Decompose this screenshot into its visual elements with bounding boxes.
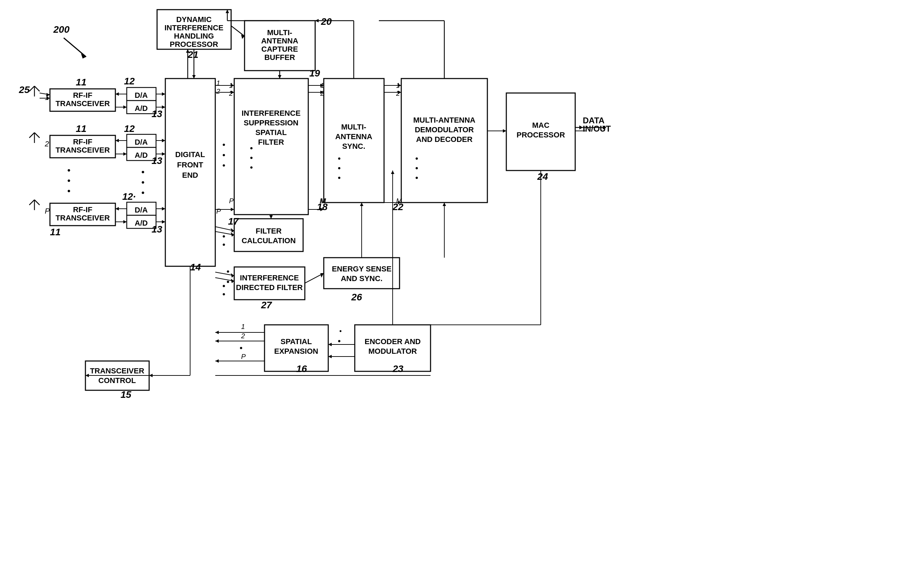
rf-transceiver-2-text-line2: TRANSCEIVER bbox=[56, 146, 110, 154]
se-port-p: P bbox=[241, 353, 246, 360]
energy-sense-sync bbox=[324, 258, 400, 289]
dots-11c: • bbox=[67, 185, 71, 197]
dots-dacc: • bbox=[141, 187, 145, 199]
ref-16: 16 bbox=[296, 363, 307, 374]
dfe-text3: END bbox=[182, 171, 198, 180]
dihp-text3: HANDLING bbox=[174, 32, 214, 40]
mas-text1: MULTI- bbox=[341, 123, 366, 131]
ref-11a: 11 bbox=[76, 77, 87, 87]
ref-26: 26 bbox=[351, 292, 362, 303]
fc-text2: CALCULATION bbox=[241, 236, 295, 245]
ref-23: 23 bbox=[392, 363, 403, 374]
ref-12c: 12· bbox=[122, 191, 136, 202]
issf-dot1: • bbox=[250, 143, 253, 154]
mac-text2: PROCESSOR bbox=[517, 130, 565, 139]
dac-1-text: D/A bbox=[135, 91, 148, 99]
adc-p-text: A/D bbox=[135, 219, 148, 227]
data-inout-label2: IN/OUT bbox=[583, 124, 611, 133]
rf-transceiver-p-text-line1: RF-IF bbox=[73, 205, 92, 214]
se-port-2: 2 bbox=[241, 332, 245, 340]
issf-text3: SPATIAL bbox=[256, 128, 287, 137]
issf-port-p: P bbox=[229, 197, 234, 205]
dac-p-text: D/A bbox=[135, 206, 148, 214]
se-line-dot: • bbox=[239, 343, 243, 354]
rf-transceiver-1-text-line2: TRANSCEIVER bbox=[56, 99, 110, 108]
idf-text2: DIRECTED FILTER bbox=[236, 283, 303, 292]
dots-11: • bbox=[67, 164, 71, 176]
madd-dot3: • bbox=[415, 172, 419, 183]
dac-2-text: D/A bbox=[135, 138, 148, 146]
data-inout-label: DATA bbox=[583, 116, 605, 125]
ref-24: 24 bbox=[537, 171, 548, 182]
madd-text2: DEMODULATOR bbox=[415, 126, 474, 134]
madd-text1: MULTI-ANTENNA bbox=[413, 116, 476, 124]
antenna2-label: 2 bbox=[44, 140, 49, 148]
idf-dot2: • bbox=[226, 276, 230, 287]
macb-text2: ANTENNA bbox=[261, 37, 298, 45]
madd-dot2: • bbox=[415, 163, 419, 174]
dfe-issf-dot2: • bbox=[222, 150, 226, 161]
dfe-issf-dot3: • bbox=[222, 160, 226, 171]
rf-transceiver-1-text-line1: RF-IF bbox=[73, 91, 92, 99]
dots-dacb: • bbox=[141, 177, 145, 188]
rf-transceiver-2-text-line1: RF-IF bbox=[73, 137, 92, 146]
issf-text4: FILTER bbox=[258, 138, 284, 146]
ref-20: 20 bbox=[321, 16, 332, 27]
mas-text2: ANTENNA bbox=[335, 132, 372, 141]
enc-port-dot1: • bbox=[339, 327, 342, 335]
ref-13c: 13 bbox=[152, 224, 163, 234]
ref-11c: 11 bbox=[50, 227, 61, 237]
issf-dot3: • bbox=[250, 162, 253, 173]
ref-19: 19 bbox=[309, 68, 320, 79]
ref-25: 25 bbox=[19, 84, 30, 95]
dfe-out-2: 2 bbox=[216, 87, 220, 95]
issf-text2: SUPPRESSION bbox=[244, 118, 299, 127]
idf-dot1: • bbox=[226, 266, 230, 277]
issf-dot2: • bbox=[250, 153, 253, 163]
antennap-label: P bbox=[45, 207, 50, 215]
ref-15: 15 bbox=[121, 389, 132, 400]
adc-1-text: A/D bbox=[135, 104, 148, 113]
ref-21: 21 bbox=[187, 49, 199, 60]
mas-text3: SYNC. bbox=[342, 142, 365, 150]
ref-11b: 11 bbox=[76, 123, 87, 134]
mac-text1: MAC bbox=[532, 121, 549, 130]
adc-2-text: A/D bbox=[135, 151, 148, 160]
dfe-idf-dot2: • bbox=[222, 289, 226, 300]
ref-14: 14 bbox=[190, 262, 201, 273]
dfe-text2: FRONT bbox=[177, 161, 203, 169]
em-text1: ENCODER AND bbox=[365, 337, 421, 346]
issf bbox=[234, 79, 308, 215]
tc-text2: CONTROL bbox=[98, 376, 136, 385]
dots-11b: • bbox=[67, 175, 71, 186]
dfe-issf-dot1: • bbox=[222, 140, 226, 150]
se-text1: SPATIAL bbox=[281, 337, 312, 346]
dfe-out-p: P bbox=[216, 207, 221, 215]
ref-12b: 12 bbox=[124, 123, 135, 134]
se-text2: EXPANSION bbox=[274, 347, 318, 355]
es-text2: AND SYNC. bbox=[341, 274, 382, 283]
issf-text1: INTERFERENCE bbox=[241, 109, 300, 118]
ref-12a: 12 bbox=[124, 76, 135, 87]
dfe-fc-dot2: • bbox=[222, 239, 226, 250]
mas-dot3: • bbox=[338, 172, 341, 183]
idf-text1: INTERFERENCE bbox=[240, 273, 299, 282]
ref-17: 17 bbox=[228, 216, 239, 227]
dots-dac: • bbox=[141, 166, 145, 178]
mas-dot1: • bbox=[338, 153, 341, 164]
issf-mas-port-m: M bbox=[320, 197, 326, 205]
es-text1: ENERGY SENSE bbox=[332, 265, 391, 273]
dihp-text4: PROCESSOR bbox=[170, 40, 218, 48]
ref-13a: 13 bbox=[152, 109, 163, 119]
tc-text1: TRANSCEIVER bbox=[90, 366, 144, 375]
macb-text3: CAPTURE bbox=[261, 45, 298, 53]
ref-13b: 13 bbox=[152, 155, 163, 166]
block-diagram: 200 1 2 P 25 RF-IF TRANSCEIVER RF-IF TRA… bbox=[0, 0, 900, 588]
dfe-text1: DIGITAL bbox=[175, 150, 205, 159]
rf-transceiver-p-text-line2: TRANSCEIVER bbox=[56, 214, 110, 222]
dfe-out-1: 1 bbox=[216, 79, 220, 87]
ref-200: 200 bbox=[53, 24, 70, 35]
macb-text4: BUFFER bbox=[264, 53, 295, 62]
dihp-text1: DYNAMIC bbox=[176, 15, 212, 24]
ref-27: 27 bbox=[261, 300, 272, 310]
